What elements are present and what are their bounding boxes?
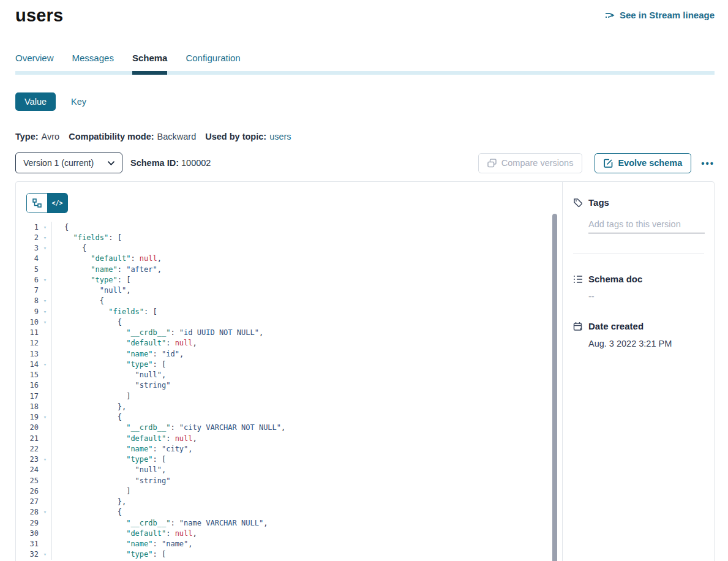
tab-overview[interactable]: Overview <box>15 53 54 75</box>
fold-toggle-icon[interactable]: ▾ <box>39 243 52 254</box>
code-line: 32▾ "type": [ <box>16 549 562 560</box>
sidebar-divider <box>573 254 704 254</box>
schema-editor: </> 1▾{2▾ "fields": [3▾ {4 "default": nu… <box>16 182 562 561</box>
schema-panel: </> 1▾{2▾ "fields": [3▾ {4 "default": nu… <box>15 181 715 561</box>
page-title: users <box>15 6 63 26</box>
value-tab-button[interactable]: Value <box>15 92 56 111</box>
line-number: 14 <box>16 360 39 369</box>
fold-gutter <box>39 497 52 507</box>
fold-toggle-icon[interactable]: ▾ <box>39 549 52 560</box>
code-line: 16 "string" <box>16 380 562 391</box>
line-number: 30 <box>16 529 39 538</box>
tree-view-button[interactable] <box>27 194 47 213</box>
fold-gutter <box>39 475 52 486</box>
line-number: 29 <box>16 519 39 527</box>
fold-toggle-icon[interactable]: ▾ <box>39 412 52 423</box>
compare-versions-label: Compare versions <box>501 158 574 168</box>
code-text: { <box>52 223 69 232</box>
line-number: 8 <box>16 296 39 305</box>
meta-item: Used by topic:users <box>205 132 291 141</box>
line-number: 16 <box>16 381 39 390</box>
code-line: 13 "name": "id", <box>16 348 562 359</box>
code-view-button[interactable]: </> <box>47 194 67 213</box>
tags-input[interactable] <box>588 219 705 233</box>
schema-controls-row: Version 1 (current) Schema ID: 100002 Co… <box>15 152 715 173</box>
code-text: { <box>52 413 122 421</box>
line-number: 10 <box>16 318 39 326</box>
code-text: { <box>52 244 86 252</box>
line-number: 23 <box>16 455 39 464</box>
code-line: 31 "name": "name", <box>16 539 562 549</box>
line-number: 13 <box>16 350 39 358</box>
fold-gutter <box>39 370 52 380</box>
code-line: 8▾ { <box>16 296 562 306</box>
line-number: 2 <box>16 233 39 242</box>
line-number: 6 <box>16 276 39 284</box>
schema-doc-heading: Schema doc <box>588 274 642 284</box>
line-number: 3 <box>16 244 39 252</box>
fold-toggle-icon[interactable]: ▾ <box>39 222 52 232</box>
fold-toggle-icon[interactable]: ▾ <box>39 296 52 306</box>
schema-sidebar: Tags Schema doc -- <box>562 182 714 561</box>
fold-toggle-icon[interactable]: ▾ <box>39 274 52 285</box>
code-line: 5 "name": "after", <box>16 264 562 274</box>
key-tab-button[interactable]: Key <box>71 97 86 107</box>
schema-meta-row: Type:AvroCompatibility mode:BackwardUsed… <box>15 132 715 141</box>
code-text: "string" <box>52 381 170 390</box>
fold-toggle-icon[interactable]: ▾ <box>39 359 52 369</box>
version-select[interactable]: Version 1 (current) <box>15 152 122 173</box>
code-line: 3▾ { <box>16 243 562 254</box>
line-number: 19 <box>16 413 39 421</box>
stream-lineage-link[interactable]: See in Stream lineage <box>605 10 715 20</box>
fold-gutter <box>39 285 52 296</box>
code-line: 26 ] <box>16 486 562 496</box>
code-line: 7 "null", <box>16 285 562 296</box>
fold-gutter <box>39 443 52 454</box>
tab-schema[interactable]: Schema <box>132 53 168 75</box>
code-text: { <box>52 296 104 305</box>
code-editor-lines[interactable]: 1▾{2▾ "fields": [3▾ {4 "default": null,5… <box>16 222 562 560</box>
code-text: "type": [ <box>52 360 166 369</box>
compare-versions-button[interactable]: Compare versions <box>478 153 583 173</box>
code-line: 29 "__crdb__": "name VARCHAR NULL", <box>16 518 562 528</box>
code-text: }, <box>52 402 126 411</box>
calendar-plus-icon <box>573 322 583 331</box>
code-text: "type": [ <box>52 550 166 559</box>
chevron-down-icon <box>108 161 114 165</box>
fold-gutter <box>39 486 52 496</box>
code-line: 21 "default": null, <box>16 433 562 443</box>
code-text: "name": "city", <box>52 445 193 453</box>
code-text: "default": null, <box>52 529 197 538</box>
code-text: "name": "after", <box>52 265 162 274</box>
line-number: 22 <box>16 445 39 453</box>
code-text: }, <box>52 497 126 506</box>
code-line: 17 ] <box>16 391 562 401</box>
code-text: { <box>52 508 122 516</box>
meta-item: Type:Avro <box>15 132 59 141</box>
meta-value-link[interactable]: users <box>269 132 291 141</box>
code-line: 15 "null", <box>16 370 562 380</box>
fold-toggle-icon[interactable]: ▾ <box>39 317 52 327</box>
meta-value: Backward <box>157 132 197 141</box>
fold-gutter <box>39 391 52 401</box>
evolve-schema-button[interactable]: Evolve schema <box>595 153 691 173</box>
code-line: 22 "name": "city", <box>16 443 562 454</box>
line-number: 31 <box>16 540 39 548</box>
fold-toggle-icon[interactable]: ▾ <box>39 232 52 243</box>
editor-scrollbar[interactable] <box>552 214 557 561</box>
more-options-button[interactable]: ••• <box>701 158 715 168</box>
code-text: "fields": [ <box>52 307 157 316</box>
tab-messages[interactable]: Messages <box>72 53 114 75</box>
tab-bar: OverviewMessagesSchemaConfiguration <box>15 53 715 75</box>
code-line: 14▾ "type": [ <box>16 359 562 369</box>
code-line: 20 "__crdb__": "city VARCHAR NOT NULL", <box>16 423 562 433</box>
line-number: 18 <box>16 402 39 411</box>
code-line: 9▾ "fields": [ <box>16 306 562 317</box>
tab-configuration[interactable]: Configuration <box>186 53 240 75</box>
fold-gutter <box>39 264 52 274</box>
fold-toggle-icon[interactable]: ▾ <box>39 306 52 317</box>
fold-toggle-icon[interactable]: ▾ <box>39 454 52 465</box>
date-created-header: Date created <box>573 321 704 331</box>
fold-toggle-icon[interactable]: ▾ <box>39 507 52 518</box>
meta-value: Avro <box>42 132 60 141</box>
